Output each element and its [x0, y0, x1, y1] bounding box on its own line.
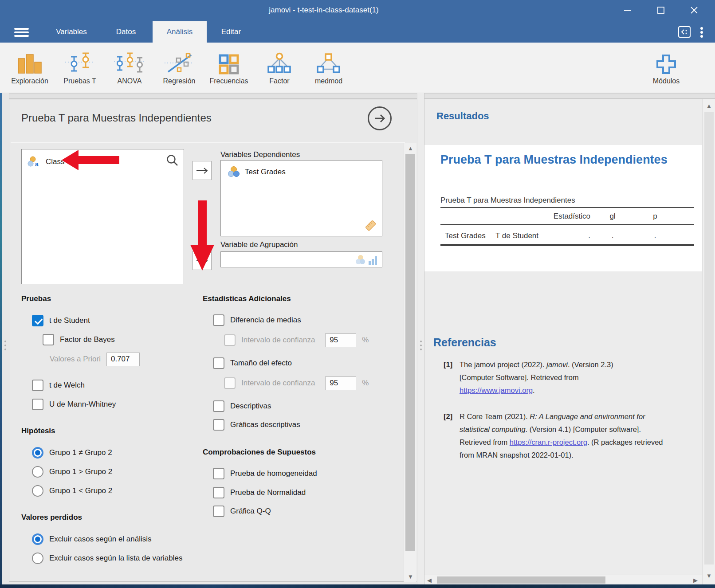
option-valores-priori: Valores a Priori: [50, 353, 140, 365]
minimize-button[interactable]: [619, 5, 636, 17]
checkbox[interactable]: [43, 334, 54, 345]
run-button[interactable]: [368, 106, 392, 130]
tab-analisis[interactable]: Análisis: [153, 21, 207, 43]
factor-icon: [263, 47, 295, 74]
scroll-right-icon[interactable]: ▶: [693, 577, 698, 584]
results-section-title: Prueba T para Muestras Independientes: [440, 153, 668, 167]
results-toggle-button[interactable]: [678, 26, 691, 39]
radio-selected[interactable]: [32, 447, 43, 459]
ribbon-anova[interactable]: ANOVA: [110, 47, 149, 85]
option-t-welch[interactable]: t de Welch: [32, 380, 85, 391]
hamburger-icon: [14, 27, 29, 38]
ribbon-regresion[interactable]: Regresión: [157, 47, 201, 85]
scroll-down-icon[interactable]: ▼: [703, 572, 715, 579]
results-vscrollbar[interactable]: ▲ ▼: [702, 99, 715, 584]
tab-datos[interactable]: Datos: [101, 21, 151, 43]
option-qq[interactable]: Gráfica Q-Q: [213, 506, 271, 517]
option-intervalo-confianza-1[interactable]: Intervalo de confianza %: [224, 334, 369, 346]
table-rule: [440, 207, 694, 208]
hamburger-menu-button[interactable]: [14, 27, 29, 39]
grouping-variable-box[interactable]: [220, 251, 382, 267]
option-excluir-lista[interactable]: Excluir casos según la lista de variable…: [32, 553, 182, 564]
variable-item-class[interactable]: a Class: [27, 156, 65, 168]
checkbox[interactable]: [213, 506, 224, 517]
ribbon-splitter[interactable]: [2, 93, 715, 99]
ci-value-input[interactable]: [325, 333, 356, 347]
kebab-menu-button[interactable]: [700, 27, 703, 40]
ribbon-medmod[interactable]: medmod: [307, 47, 350, 85]
checkbox-checked[interactable]: [32, 315, 43, 326]
ci2-value-input[interactable]: [325, 376, 356, 390]
section-pruebas: Pruebas: [21, 294, 51, 303]
jamovi-link[interactable]: https://www.jamovi.org: [460, 386, 533, 394]
ruler-icon: [364, 219, 377, 232]
option-intervalo-confianza-2[interactable]: Intervalo de confianza %: [224, 377, 369, 389]
section-estadisticas: Estadísticas Adicionales: [203, 294, 291, 303]
maximize-button[interactable]: [652, 5, 670, 17]
bar-chart-icon: [8, 47, 52, 74]
checkbox[interactable]: [213, 468, 224, 479]
radio-selected[interactable]: [32, 533, 43, 545]
option-descriptivas[interactable]: Descriptivas: [213, 400, 271, 412]
results-hscrollbar[interactable]: ◀ ▶: [424, 575, 702, 584]
search-icon[interactable]: [166, 154, 178, 166]
option-t-student[interactable]: t de Student: [32, 315, 90, 326]
tab-editar[interactable]: Editar: [208, 21, 254, 43]
ribbon-factor[interactable]: Factor: [263, 47, 295, 85]
source-variables-box[interactable]: a Class: [21, 149, 184, 284]
left-splitter[interactable]: [2, 93, 9, 584]
checkbox-disabled[interactable]: [224, 377, 236, 389]
ribbon-exploracion[interactable]: Exploración: [8, 47, 52, 85]
radio[interactable]: [32, 485, 43, 497]
option-grupo-lt[interactable]: Grupo 1 < Grupo 2: [32, 485, 112, 497]
option-grupo-neq[interactable]: Grupo 1 ≠ Grupo 2: [32, 447, 112, 459]
titlebar: jamovi - t-test-in-class-dataset(1): [0, 0, 715, 21]
tab-variables[interactable]: Variables: [44, 21, 98, 43]
scroll-left-icon[interactable]: ◀: [427, 577, 432, 584]
results-header: Resultados: [436, 110, 489, 122]
option-normalidad[interactable]: Prueba de Normalidad: [213, 487, 306, 498]
panel-splitter[interactable]: [417, 93, 424, 584]
close-button[interactable]: [685, 5, 703, 17]
radio[interactable]: [32, 553, 43, 564]
checkbox[interactable]: [32, 399, 43, 410]
scroll-up-icon[interactable]: ▲: [703, 102, 715, 109]
prior-value-input[interactable]: [106, 353, 140, 366]
scroll-down-icon[interactable]: ▼: [404, 573, 417, 580]
dependent-variables-box[interactable]: Test Grades: [220, 160, 382, 236]
checkbox[interactable]: [213, 487, 224, 498]
col-estadistico: Estadístico: [534, 212, 590, 221]
option-factor-bayes[interactable]: Factor de Bayes: [43, 334, 115, 345]
radio[interactable]: [32, 466, 43, 478]
ribbon-frecuencias[interactable]: Frecuencias: [205, 47, 253, 85]
scrollbar-thumb[interactable]: [405, 154, 415, 551]
section-hipotesis: Hipótesis: [21, 427, 55, 435]
ribbon-modulos[interactable]: Módulos: [648, 47, 684, 85]
option-diferencia-medias[interactable]: Diferencia de medias: [213, 314, 301, 326]
section-comprobaciones: Comprobaciones de Supuestos: [203, 448, 316, 457]
scrollbar-thumb[interactable]: [704, 112, 714, 564]
left-panel-scrollbar[interactable]: ▲ ▼: [404, 143, 416, 582]
checkbox[interactable]: [213, 314, 224, 326]
option-homogeneidad[interactable]: Prueba de homogeneidad: [213, 468, 317, 479]
option-tamano-efecto[interactable]: Tamaño del efecto: [213, 357, 292, 369]
scroll-up-icon[interactable]: ▲: [404, 145, 417, 152]
modules-plus-icon: [648, 47, 684, 74]
option-grupo-gt[interactable]: Grupo 1 > Grupo 2: [32, 466, 112, 478]
option-mann-whitney[interactable]: U de Mann-Whitney: [32, 399, 116, 410]
checkbox[interactable]: [32, 380, 43, 391]
variable-item-test-grades[interactable]: Test Grades: [227, 166, 286, 178]
checkbox[interactable]: [213, 357, 224, 369]
scrollbar-thumb[interactable]: [437, 576, 605, 584]
frequencies-icon: [205, 47, 253, 74]
ribbon-pruebas-t[interactable]: Pruebas T: [59, 47, 100, 85]
cran-link[interactable]: https://cran.r-project.org: [510, 438, 587, 446]
row-estadistico: .: [534, 231, 590, 240]
checkbox[interactable]: [213, 419, 224, 431]
option-graficas-descriptivas[interactable]: Gráficas descriptivas: [213, 419, 300, 431]
option-excluir-analisis[interactable]: Excluir casos según el análisis: [32, 533, 152, 545]
checkbox[interactable]: [213, 400, 224, 412]
nominal-variable-icon: a: [27, 156, 41, 168]
checkbox-disabled[interactable]: [224, 334, 236, 346]
move-dependent-button[interactable]: [192, 161, 212, 180]
